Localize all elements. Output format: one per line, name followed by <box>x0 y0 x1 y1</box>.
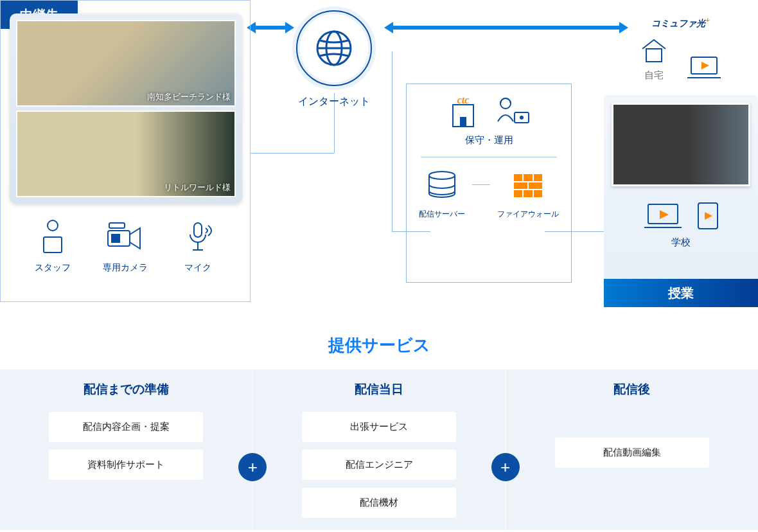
divider <box>421 157 557 157</box>
service-card: 配信機材 <box>302 488 456 518</box>
classroom-photo <box>612 103 750 186</box>
firewall-item: ファイアウォール <box>497 169 559 220</box>
mic-item: マイク <box>166 219 230 274</box>
service-card: 配信エンジニア <box>302 450 456 480</box>
relay-source-group: 中継先 南知多ビーチランド様 リトルワールド様 スタッフ <box>0 0 251 302</box>
firewall-label: ファイアウォール <box>497 209 559 220</box>
svg-rect-25 <box>646 49 662 62</box>
service-heading: 配信までの準備 <box>26 381 227 398</box>
equipment-label: マイク <box>166 262 230 274</box>
svg-rect-4 <box>109 223 125 228</box>
svg-point-0 <box>48 220 58 231</box>
services-row: 配信までの準備 配信内容企画・提案 資料制作サポート 配信当日 出張サービス 配… <box>0 369 758 530</box>
svg-rect-5 <box>194 223 202 237</box>
server-icon <box>424 169 460 202</box>
internet-node: インターネット <box>270 6 398 109</box>
ops-title: 保守・運用 <box>416 134 562 146</box>
relay-photos: 南知多ビーチランド様 リトルワールド様 <box>10 13 242 204</box>
laptop-play-icon <box>642 200 684 231</box>
relay-photo-1: 南知多ビーチランド様 <box>16 20 236 107</box>
services-title: 提供サービス <box>0 334 758 357</box>
operator-icon <box>495 96 531 129</box>
server-label: 配信サーバー <box>419 209 465 220</box>
svg-rect-3 <box>112 235 119 242</box>
wire <box>251 153 334 154</box>
camera-item: 専用カメラ <box>93 219 157 274</box>
firewall-icon <box>510 169 546 202</box>
photo-caption: リトルワールド様 <box>164 182 231 193</box>
service-column-after: 配信後 配信動画編集 <box>505 369 758 530</box>
service-card: 配信動画編集 <box>555 438 709 468</box>
svg-rect-12 <box>461 118 466 127</box>
building-icon: ctc <box>446 96 480 129</box>
service-column-day: 配信当日 出張サービス 配信エンジニア 配信機材 <box>252 369 506 530</box>
svg-rect-1 <box>44 237 62 253</box>
staff-icon <box>33 219 72 255</box>
arrow-internet-home <box>392 26 621 30</box>
service-card: 出張サービス <box>302 412 456 442</box>
photo-caption: 南知多ビーチランド様 <box>147 91 231 103</box>
operations-box: ctc 保守・運用 <box>406 84 572 283</box>
staff-item: スタッフ <box>21 219 85 274</box>
internet-label: インターネット <box>270 95 398 109</box>
class-box: 学校 授業 <box>604 95 758 307</box>
home-column: コミュファ光+ 自宅 <box>615 15 746 82</box>
house-icon <box>639 36 669 64</box>
equipment-label: スタッフ <box>21 262 85 274</box>
plus-icon: + <box>491 453 520 481</box>
relay-photo-2: リトルワールド様 <box>16 111 236 197</box>
wire <box>472 184 490 185</box>
svg-point-16 <box>429 172 455 179</box>
mic-icon <box>180 219 216 255</box>
equipment-label: 専用カメラ <box>93 262 157 274</box>
service-column-prep: 配信までの準備 配信内容企画・提案 資料制作サポート <box>0 369 252 530</box>
ctc-logo: ctc <box>457 96 470 105</box>
equipment-row: スタッフ 専用カメラ <box>16 219 234 274</box>
network-diagram: 中継先 南知多ビーチランド様 リトルワールド様 スタッフ <box>0 0 758 308</box>
server-item: 配信サーバー <box>419 169 465 220</box>
service-card: 資料制作サポート <box>49 450 203 480</box>
class-tag: 授業 <box>604 279 758 307</box>
home-label: 自宅 <box>639 69 669 82</box>
service-card: 配信内容企画・提案 <box>49 412 203 442</box>
laptop-play-icon <box>685 53 723 82</box>
brand-logo: コミュファ光+ <box>615 15 746 30</box>
service-heading: 配信当日 <box>279 381 480 398</box>
camera-icon <box>103 219 148 255</box>
service-heading: 配信後 <box>531 381 732 398</box>
globe-icon <box>292 6 376 90</box>
class-label: 学校 <box>612 236 750 249</box>
svg-point-15 <box>520 116 523 119</box>
tablet-play-icon <box>696 200 720 231</box>
plus-icon: + <box>238 453 267 481</box>
